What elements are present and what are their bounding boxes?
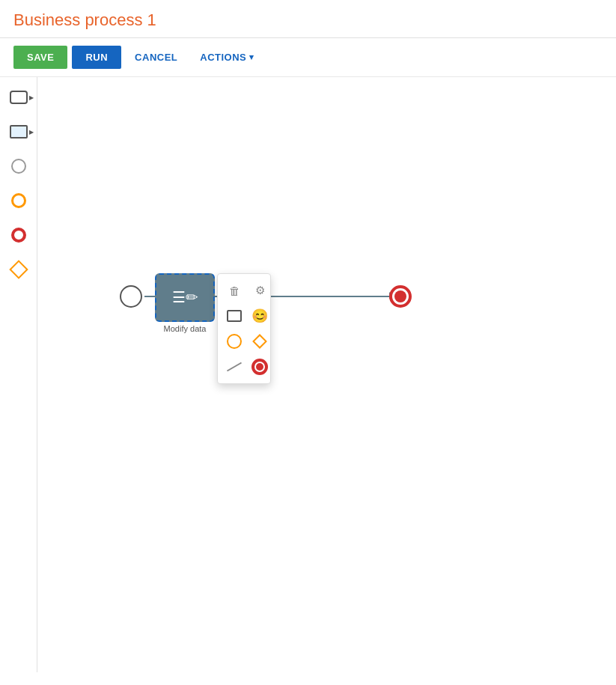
sidebar-item-start-event[interactable]: [6, 153, 31, 179]
context-menu-gateway[interactable]: [249, 331, 270, 352]
sidebar-item-intermediate-event[interactable]: [6, 188, 31, 213]
task-node-icon: ☰✏: [172, 288, 198, 306]
sidebar: [0, 77, 37, 672]
context-menu-connection[interactable]: [224, 356, 245, 377]
end-event-icon: [11, 228, 26, 243]
context-menu-settings[interactable]: ⚙: [249, 280, 270, 301]
sidebar-item-task[interactable]: [6, 85, 31, 110]
gateway-icon: [9, 260, 28, 278]
sidebar-item-end-event[interactable]: [6, 222, 31, 248]
cancel-button[interactable]: CANCEL: [126, 46, 186, 69]
page-title: Business process 1: [0, 0, 616, 38]
save-button[interactable]: SAVE: [13, 46, 67, 69]
context-menu-task[interactable]: [224, 305, 245, 326]
sidebar-item-subprocess[interactable]: [6, 119, 31, 144]
task-shape-icon: [227, 310, 242, 322]
task-node-modify-data[interactable]: ☰✏: [155, 273, 215, 322]
context-menu: 🗑 ⚙ 😊: [217, 273, 271, 384]
task-node-label: Modify data: [151, 324, 219, 333]
end-event-cm-inner: [256, 363, 263, 371]
task-icon: [10, 91, 28, 104]
toolbar: SAVE RUN CANCEL ACTIONS: [0, 38, 616, 77]
start-event-cm-icon: [227, 334, 242, 349]
canvas-area: ☰✏ Modify data 🗑 ⚙ 😊: [0, 77, 616, 672]
end-event-cm-icon: [251, 359, 268, 375]
actions-button[interactable]: ACTIONS: [191, 46, 263, 69]
sidebar-item-gateway[interactable]: [6, 257, 31, 282]
end-event-node[interactable]: [389, 285, 412, 308]
diagram-canvas[interactable]: ☰✏ Modify data 🗑 ⚙ 😊: [37, 77, 616, 672]
end-event-inner: [394, 290, 406, 302]
context-menu-intermediate-event[interactable]: 😊: [249, 305, 270, 326]
gateway-cm-icon: [252, 334, 267, 349]
context-menu-start-event[interactable]: [224, 331, 245, 352]
run-button[interactable]: RUN: [72, 46, 121, 69]
start-event-node[interactable]: [120, 285, 142, 308]
start-event-icon: [11, 159, 26, 174]
context-menu-end-event[interactable]: [249, 356, 270, 377]
context-menu-delete[interactable]: 🗑: [224, 280, 245, 301]
intermediate-event-icon: [11, 193, 26, 208]
connection-cm-icon: [227, 362, 242, 372]
subprocess-icon: [10, 125, 28, 138]
